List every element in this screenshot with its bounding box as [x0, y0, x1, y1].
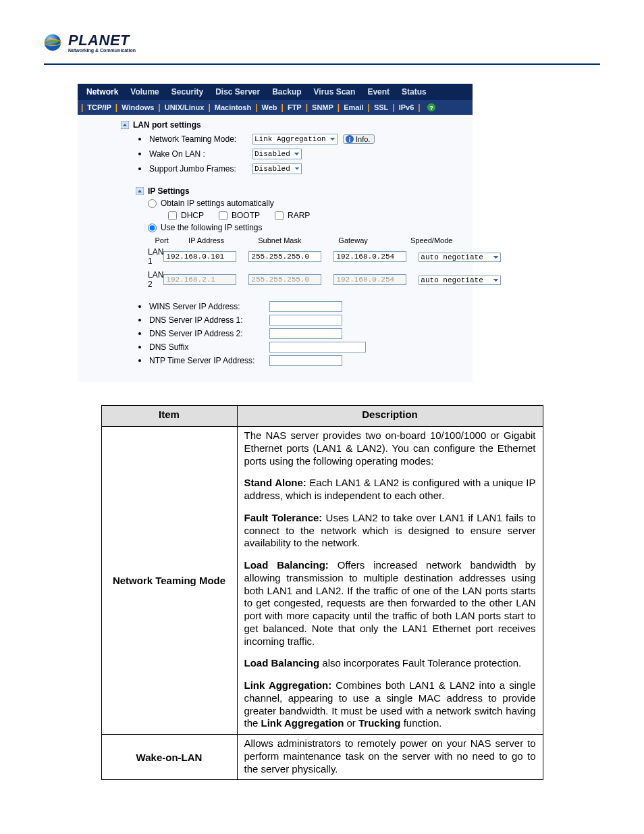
settings-panel: LAN port settings Network Teaming Mode: …	[78, 115, 473, 382]
checkbox-dhcp-label: DHCP	[181, 211, 204, 220]
teaming-mode-select[interactable]: Link Aggregation	[252, 134, 338, 145]
subnav-email[interactable]: Email	[342, 100, 365, 115]
main-nav: Network Volume Security Disc Server Back…	[78, 84, 473, 100]
ip-table: Port IP Address Subnet Mask Gateway Spee…	[148, 236, 467, 289]
brand-tagline: Networking & Communication	[68, 48, 136, 53]
nav-tab-network[interactable]: Network	[80, 84, 124, 100]
dns2-input[interactable]	[269, 328, 342, 339]
col-gw: Gateway	[323, 236, 384, 247]
checkbox-dhcp[interactable]	[168, 211, 177, 220]
lan2-gw-input	[333, 274, 406, 285]
radio-manual-ip-label: Use the following IP settings	[161, 223, 263, 232]
lan1-ip-input[interactable]	[163, 251, 236, 262]
nav-tab-backup[interactable]: Backup	[266, 84, 307, 100]
nav-tab-security[interactable]: Security	[165, 84, 209, 100]
bullet-icon	[138, 138, 141, 140]
doc-bold: Trucking	[358, 717, 401, 729]
port-label-lan2: LAN 2	[148, 270, 163, 289]
collapse-arrow-icon[interactable]	[121, 121, 129, 129]
checkbox-bootp-label: BOOTP	[232, 211, 260, 220]
nav-tab-virus-scan[interactable]: Virus Scan	[308, 84, 362, 100]
doc-lead: Stand Alone:	[244, 477, 306, 488]
subnav-ftp[interactable]: FTP	[286, 100, 304, 115]
teaming-mode-label: Network Teaming Mode:	[149, 134, 247, 144]
doc-item-teaming: Network Teaming Mode	[101, 427, 237, 735]
lan-port-heading: LAN port settings	[133, 120, 201, 130]
doc-text: The NAS server provides two on-board 10/…	[244, 429, 536, 467]
sub-nav: |TCP/IP |Windows |UNIX/Linux |Macintosh …	[78, 100, 473, 115]
jumbo-label: Support Jumbo Frames:	[149, 164, 247, 174]
checkbox-bootp[interactable]	[219, 211, 227, 220]
checkbox-rarp[interactable]	[275, 211, 284, 220]
lan2-mask-input	[248, 274, 321, 285]
table-row: LAN 2 auto negotiate	[148, 270, 467, 289]
help-icon[interactable]: ?	[427, 103, 436, 112]
doc-lead: Load Balancing	[244, 657, 320, 669]
col-mask: Subnet Mask	[249, 236, 311, 247]
subnav-tcpip[interactable]: TCP/IP	[85, 100, 113, 115]
nav-tab-volume[interactable]: Volume	[124, 84, 165, 100]
bullet-icon	[138, 332, 141, 335]
doc-lead: Load Balancing:	[244, 559, 329, 571]
table-row: Wake-on-LAN Allows administrators to rem…	[101, 735, 543, 780]
dns1-label: DNS Server IP Address 1:	[149, 315, 264, 325]
radio-auto-ip[interactable]	[148, 199, 157, 208]
ntp-input[interactable]	[269, 355, 342, 366]
subnav-windows[interactable]: Windows	[119, 100, 156, 115]
table-row: LAN 1 auto negotiate	[148, 247, 467, 266]
suffix-input[interactable]	[269, 342, 366, 353]
subnav-ipv6[interactable]: IPv6	[397, 100, 417, 115]
ip-settings-heading: IP Settings	[148, 186, 190, 196]
doc-text: function.	[401, 717, 442, 729]
wins-label: WINS Server IP Address:	[149, 302, 264, 311]
section-ip-settings: IP Settings Obtain IP settings automatic…	[83, 186, 467, 366]
subnav-web[interactable]: Web	[260, 100, 279, 115]
info-icon: i	[346, 135, 354, 143]
col-port: Port	[148, 236, 176, 247]
bullet-icon	[138, 359, 141, 362]
section-lan-port: LAN port settings Network Teaming Mode: …	[83, 120, 467, 174]
ntp-label: NTP Time Server IP Address:	[149, 356, 264, 365]
svg-text:?: ?	[429, 104, 433, 111]
subnav-unix[interactable]: UNIX/Linux	[163, 100, 207, 115]
nav-tab-event[interactable]: Event	[361, 84, 396, 100]
doc-text: or	[344, 717, 358, 729]
bullet-icon	[138, 167, 141, 170]
subnav-ssl[interactable]: SSL	[372, 100, 390, 115]
col-speed: Speed/Mode	[396, 236, 467, 247]
globe-icon	[43, 32, 63, 53]
doc-lead: Link Aggregation:	[244, 679, 332, 691]
radio-manual-ip[interactable]	[148, 224, 157, 232]
subnav-macintosh[interactable]: Macintosh	[213, 100, 253, 115]
bullet-icon	[138, 153, 141, 155]
jumbo-select[interactable]: Disabled	[252, 163, 302, 174]
lan1-mask-input[interactable]	[248, 251, 321, 262]
nav-tab-disc-server[interactable]: Disc Server	[209, 84, 266, 100]
radio-auto-ip-label: Obtain IP settings automatically	[161, 199, 274, 208]
lan1-speed-select[interactable]: auto negotiate	[419, 253, 501, 262]
port-label-lan1: LAN 1	[148, 247, 163, 266]
doc-desc-teaming: The NAS server provides two on-board 10/…	[237, 427, 543, 735]
nav-tab-status[interactable]: Status	[396, 84, 433, 100]
bullet-icon	[138, 305, 141, 308]
col-ip: IP Address	[176, 236, 237, 247]
dns1-input[interactable]	[269, 315, 342, 325]
info-button-label: Info.	[356, 135, 370, 143]
lan2-speed-select[interactable]: auto negotiate	[419, 276, 501, 285]
doc-desc-wol: Allows administrators to remotely power …	[237, 735, 543, 780]
collapse-arrow-icon[interactable]	[136, 187, 144, 195]
table-row: Network Teaming Mode The NAS server prov…	[101, 427, 543, 735]
lan2-ip-input	[163, 274, 236, 285]
doc-table: Item Description Network Teaming Mode Th…	[101, 405, 543, 780]
dns2-label: DNS Server IP Address 2:	[149, 329, 264, 338]
lan1-gw-input[interactable]	[333, 251, 406, 262]
bullet-icon	[138, 346, 141, 348]
subnav-snmp[interactable]: SNMP	[310, 100, 336, 115]
doc-text: Allows administrators to remotely power …	[244, 737, 536, 775]
brand-logo: PLANET Networking & Communication	[43, 32, 600, 53]
doc-text: Offers increased network bandwidth by al…	[244, 559, 536, 647]
wol-select[interactable]: Disabled	[252, 149, 302, 159]
info-button[interactable]: i Info.	[343, 134, 375, 144]
brand-name: PLANET	[68, 33, 136, 48]
wins-input[interactable]	[269, 301, 342, 312]
